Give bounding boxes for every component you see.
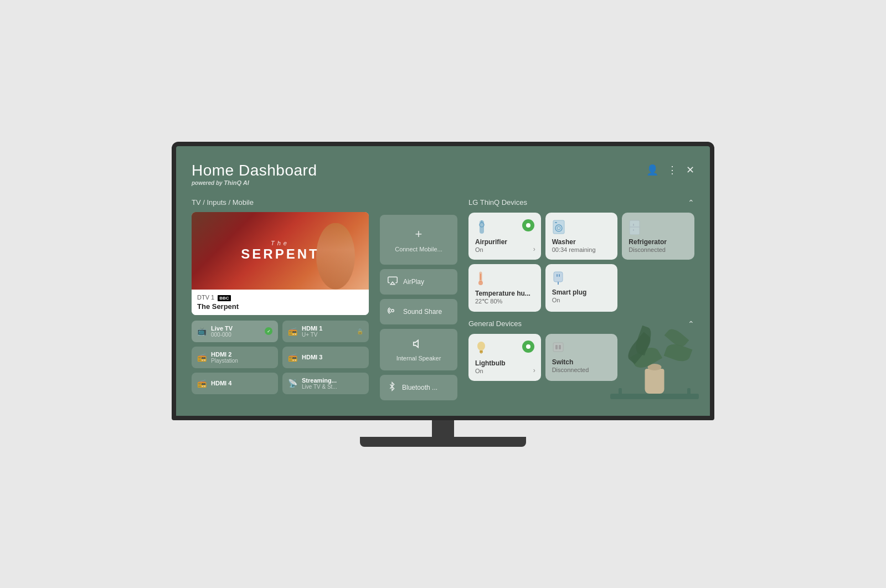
tv-preview-info: DTV 1 BBC The Serpent — [192, 290, 369, 315]
lightbulb-status: On — [475, 368, 534, 374]
brand-subtitle: powered by ThinQ AI — [192, 179, 317, 186]
connect-mobile-button[interactable]: + Connect Mobile... — [380, 215, 457, 265]
hdmi1-icon: 📻 — [288, 327, 297, 336]
svg-rect-13 — [633, 229, 634, 231]
show-title: The Serpent — [241, 240, 319, 262]
switch-header — [552, 341, 611, 358]
header-title-block: Home Dashboard powered by ThinQ AI — [192, 162, 317, 186]
input-hdmi2[interactable]: 📻 HDMI 2 Playstation — [192, 347, 278, 368]
tv-section-title: TV / Inputs / Mobile — [192, 198, 369, 207]
bluetooth-button[interactable]: Bluetooth ... — [380, 375, 457, 400]
washer-name: Washer — [552, 238, 611, 246]
device-card-refrigerator[interactable]: Refrigerator Disconnected — [622, 213, 694, 260]
svg-marker-0 — [390, 282, 395, 285]
hdmi2-name: HDMI 2 — [211, 351, 238, 358]
lightbulb-header — [475, 341, 534, 359]
tv-channel: DTV 1 BBC — [197, 294, 363, 301]
switch-name: Switch — [552, 358, 611, 366]
washer-icon — [552, 219, 565, 238]
live-tv-icon: 📺 — [197, 327, 207, 336]
smartplug-icon — [552, 271, 564, 288]
svg-rect-26 — [559, 345, 561, 349]
hdmi4-icon: 📻 — [197, 379, 207, 388]
live-tv-details: Live TV 000-000 — [211, 325, 233, 338]
device-card-switch[interactable]: Switch Disconnected — [545, 334, 618, 381]
hdmi1-details: HDMI 1 U+ TV — [302, 325, 322, 338]
input-streaming[interactable]: 📡 Streaming... Live TV & St... — [282, 373, 369, 394]
svg-marker-2 — [414, 340, 418, 347]
brand-name: ThinQ AI — [224, 179, 249, 186]
input-hdmi4[interactable]: 📻 HDMI 4 — [192, 373, 278, 394]
show-the: The — [241, 240, 319, 246]
middle-panel: + Connect Mobile... AirPlay — [380, 198, 457, 400]
hdmi2-details: HDMI 2 Playstation — [211, 351, 238, 364]
bluetooth-label: Bluetooth ... — [402, 384, 437, 391]
lightbulb-arrow-icon: › — [533, 367, 535, 374]
device-card-lightbulb[interactable]: Lightbulb On › — [468, 334, 541, 381]
sound-share-button[interactable]: Sound Share — [380, 299, 457, 324]
switch-status: Disconnected — [552, 367, 611, 373]
close-icon[interactable]: ✕ — [686, 164, 694, 176]
streaming-sub: Live TV & St... — [302, 384, 337, 390]
device-card-smartplug[interactable]: Smart plug On — [545, 264, 618, 312]
streaming-icon: 📡 — [288, 379, 297, 388]
profile-icon[interactable]: 👤 — [646, 164, 658, 176]
refrigerator-name: Refrigerator — [629, 238, 688, 246]
device-card-airpurifier[interactable]: Airpurifier On › — [468, 213, 541, 260]
menu-icon[interactable]: ⋮ — [667, 164, 677, 176]
internal-speaker-icon — [413, 338, 425, 353]
bluetooth-icon — [388, 381, 396, 394]
live-tv-name: Live TV — [211, 325, 233, 332]
channel-logo: BBC — [218, 295, 230, 301]
input-live-tv[interactable]: 📺 Live TV 000-000 ✓ — [192, 321, 278, 342]
svg-rect-19 — [559, 274, 560, 277]
general-collapse-icon[interactable]: ⌃ — [688, 319, 694, 328]
hdmi1-sub: U+ TV — [302, 332, 322, 338]
general-device-grid: Lightbulb On › — [468, 334, 694, 381]
general-section-title: General Devices — [468, 319, 522, 328]
sound-share-label: Sound Share — [403, 308, 442, 316]
airpurifier-status: On — [475, 246, 534, 253]
smartplug-name: Smart plug — [552, 288, 611, 296]
temperature-status: 22℃ 80% — [475, 298, 534, 305]
sound-share-icon — [388, 306, 398, 318]
svg-rect-18 — [557, 274, 558, 277]
input-hdmi3[interactable]: 📻 HDMI 3 — [282, 347, 369, 368]
svg-rect-24 — [553, 343, 563, 352]
thinq-collapse-icon[interactable]: ⌃ — [688, 198, 694, 207]
svg-point-1 — [392, 309, 394, 312]
hdmi3-icon: 📻 — [288, 353, 297, 362]
refrigerator-icon — [629, 219, 641, 238]
airpurifier-arrow-icon: › — [533, 245, 535, 253]
tv-preview[interactable]: BBC The Serpent DTV 1 BBC — [192, 212, 369, 315]
hdmi3-details: HDMI 3 — [302, 354, 322, 360]
input-hdmi1[interactable]: 📻 HDMI 1 U+ TV 🔒 — [282, 321, 369, 342]
airpurifier-header — [475, 219, 534, 238]
lightbulb-power-btn[interactable] — [522, 341, 534, 353]
temperature-icon — [475, 271, 486, 290]
active-check-icon: ✓ — [265, 327, 272, 335]
show-name: The Serpent — [197, 302, 363, 311]
airplay-icon — [388, 276, 398, 288]
smartplug-status: On — [552, 297, 611, 303]
streaming-name: Streaming... — [302, 377, 337, 384]
left-panel: TV / Inputs / Mobile BBC The Serpent — [192, 198, 369, 400]
connect-plus-icon: + — [415, 227, 423, 241]
tv-stand-neck — [432, 420, 454, 437]
airplay-label: AirPlay — [403, 278, 424, 286]
show-serpent: Serpent — [241, 246, 319, 262]
temperature-name: Temperature hu... — [475, 290, 534, 297]
tv-frame: Home Dashboard powered by ThinQ AI 👤 ⋮ ✕… — [172, 142, 714, 447]
svg-rect-12 — [633, 224, 634, 226]
device-card-temperature[interactable]: Temperature hu... 22℃ 80% — [468, 264, 541, 312]
device-card-washer[interactable]: Washer 00:34 remaining — [545, 213, 618, 260]
washer-header — [552, 219, 611, 238]
main-content: TV / Inputs / Mobile BBC The Serpent — [192, 198, 694, 400]
airpurifier-power-btn[interactable] — [522, 219, 534, 231]
live-tv-sub: 000-000 — [211, 332, 233, 338]
airpurifier-name: Airpurifier — [475, 238, 534, 246]
header: Home Dashboard powered by ThinQ AI 👤 ⋮ ✕ — [192, 162, 694, 186]
lightbulb-icon — [475, 341, 487, 359]
internal-speaker-button[interactable]: Internal Speaker — [380, 329, 457, 370]
airplay-button[interactable]: AirPlay — [380, 269, 457, 295]
